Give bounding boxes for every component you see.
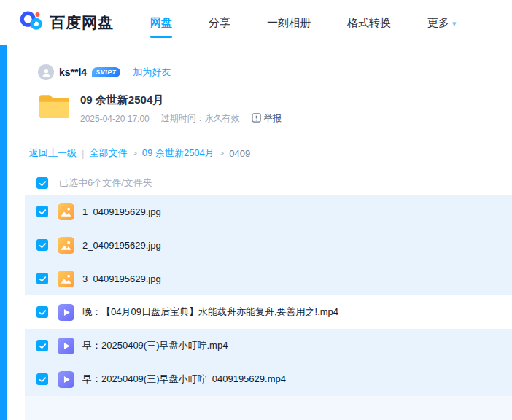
nav-tab-netdisk[interactable]: 网盘 <box>149 12 174 34</box>
select-all-row: 已选中6个文件/文件夹 <box>7 171 512 195</box>
file-row[interactable]: 早：20250409(三)早盘小叮咛_0409195629.mp4 <box>25 362 512 396</box>
file-checkbox[interactable] <box>36 239 48 251</box>
file-checkbox[interactable] <box>36 273 48 284</box>
file-row[interactable]: 晚：【04月09日盘后宝典】水能载舟亦能复舟,要善用之!.mp4 <box>25 295 512 329</box>
file-row[interactable]: 1_0409195629.jpg <box>25 195 512 228</box>
report-icon <box>252 113 261 125</box>
breadcrumb-folder[interactable]: 09 余世新2504月 <box>142 147 214 160</box>
brand[interactable]: 百度网盘 <box>19 9 114 36</box>
add-friend-link[interactable]: 加为好友 <box>133 66 171 79</box>
shared-folder-header: 09 余世新2504月 2025-04-20 17:00 过期时间：永久有效 举… <box>38 93 512 125</box>
share-page-content: ks**l4 SVIP7 加为好友 09 余世新2504月 2025-04-20… <box>7 64 512 420</box>
file-name[interactable]: 早：20250409(三)早盘小叮咛.mp4 <box>82 339 228 352</box>
sharer-info-row: ks**l4 SVIP7 加为好友 <box>38 64 512 80</box>
breadcrumb-separator: > <box>132 149 136 158</box>
file-checkbox[interactable] <box>36 373 48 385</box>
file-row[interactable]: 2_0409195629.jpg <box>25 228 512 262</box>
nav-tab-share[interactable]: 分享 <box>207 12 232 34</box>
nav-tab-format-convert[interactable]: 格式转换 <box>346 12 392 34</box>
breadcrumb: 返回上一级 | 全部文件 > 09 余世新2504月 > 0409 <box>29 147 512 160</box>
report-button[interactable]: 举报 <box>252 112 282 125</box>
nav-tab-more[interactable]: 更多 ▾ <box>426 12 458 34</box>
file-name[interactable]: 2_0409195629.jpg <box>82 240 161 251</box>
list-footer <box>25 396 512 420</box>
file-row[interactable]: 早：20250409(三)早盘小叮咛.mp4 <box>25 329 512 362</box>
file-checkbox[interactable] <box>36 206 48 217</box>
selection-summary: 已选中6个文件/文件夹 <box>59 176 152 190</box>
select-all-checkbox[interactable] <box>36 177 48 189</box>
file-list: 1_0409195629.jpg 2_0409195629.jpg 3_0409… <box>7 195 512 420</box>
mp4-file-icon <box>58 371 74 388</box>
svip-badge: SVIP7 <box>92 67 120 77</box>
sharer-username: ks**l4 <box>59 66 87 78</box>
breadcrumb-all-files[interactable]: 全部文件 <box>89 147 127 160</box>
breadcrumb-divider: | <box>82 148 84 159</box>
share-time: 2025-04-20 17:00 <box>80 114 150 124</box>
file-name[interactable]: 早：20250409(三)早盘小叮咛_0409195629.mp4 <box>82 373 286 386</box>
brand-name: 百度网盘 <box>50 12 114 33</box>
folder-meta: 2025-04-20 17:00 过期时间：永久有效 举报 <box>80 112 282 125</box>
file-name[interactable]: 晚：【04月09日盘后宝典】水能载舟亦能复舟,要善用之!.mp4 <box>82 306 338 319</box>
folder-icon <box>38 93 71 125</box>
jpg-file-icon <box>58 203 74 220</box>
file-name[interactable]: 1_0409195629.jpg <box>82 206 161 217</box>
file-name[interactable]: 3_0409195629.jpg <box>82 273 161 284</box>
folder-title: 09 余世新2504月 <box>80 93 282 107</box>
nav-tab-moment-album[interactable]: 一刻相册 <box>265 12 312 34</box>
jpg-file-icon <box>58 271 74 287</box>
top-navigation-bar: 百度网盘 网盘 分享 一刻相册 格式转换 更多 ▾ <box>0 0 512 45</box>
chevron-down-icon: ▾ <box>452 19 457 28</box>
mp4-file-icon <box>58 338 74 354</box>
file-checkbox[interactable] <box>36 306 48 318</box>
mp4-file-icon <box>58 304 74 321</box>
main-nav: 网盘 分享 一刻相册 格式转换 更多 ▾ <box>149 12 458 34</box>
avatar <box>38 64 54 80</box>
file-row[interactable]: 3_0409195629.jpg <box>25 262 512 295</box>
left-accent-strip <box>0 45 7 420</box>
expire-time: 过期时间：永久有效 <box>161 112 240 125</box>
jpg-file-icon <box>58 237 74 254</box>
file-checkbox[interactable] <box>36 340 48 351</box>
breadcrumb-separator: > <box>220 149 224 158</box>
breadcrumb-current: 0409 <box>229 148 250 159</box>
back-to-parent-link[interactable]: 返回上一级 <box>29 147 77 160</box>
baidu-netdisk-logo-icon <box>19 9 44 36</box>
